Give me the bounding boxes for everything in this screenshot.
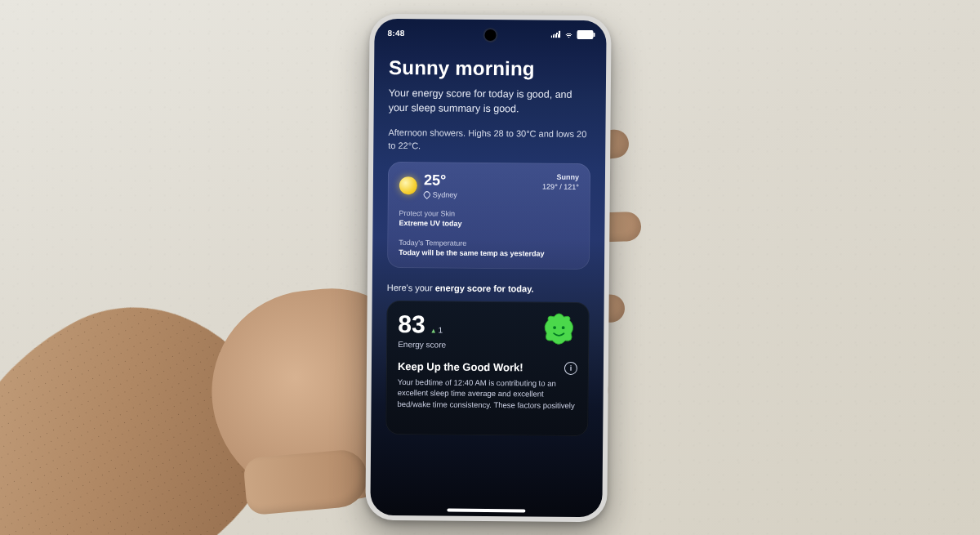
wifi-icon <box>564 30 573 38</box>
phone-frame: 8:48 Sunny morning Your energy score for… <box>365 14 611 523</box>
temp-trend-value: Today will be the same temp as yesterday <box>399 247 578 259</box>
info-icon[interactable]: i <box>564 361 577 374</box>
photo-scene: 8:48 Sunny morning Your energy score for… <box>0 0 980 535</box>
location-name: Sydney <box>433 190 457 198</box>
weather-card[interactable]: 25° Sydney Sunny 129° / 121° <box>387 162 590 270</box>
svg-point-0 <box>553 326 556 329</box>
sun-icon <box>399 176 417 194</box>
uv-value: Extreme UV today <box>399 218 578 230</box>
intro-bold: energy score for today. <box>435 283 534 293</box>
status-bar: 8:48 <box>374 24 606 43</box>
signal-icon <box>550 30 560 38</box>
battery-icon <box>577 29 593 38</box>
energy-mascot-icon <box>540 311 577 347</box>
summary-text: Your energy score for today is good, and… <box>389 86 591 117</box>
svg-point-1 <box>562 326 565 329</box>
weather-hi-lo: 129° / 121° <box>542 182 579 192</box>
intro-prefix: Here's your <box>387 283 435 293</box>
energy-score: 83 <box>398 310 425 338</box>
phone-screen[interactable]: 8:48 Sunny morning Your energy score for… <box>370 19 606 517</box>
energy-headline: Keep Up the Good Work! <box>398 360 523 373</box>
home-indicator[interactable] <box>447 509 525 513</box>
current-temp: 25° <box>424 172 457 189</box>
energy-score-label: Energy score <box>398 340 446 350</box>
location: Sydney <box>424 190 457 198</box>
screen-content[interactable]: Sunny morning Your energy score for toda… <box>370 50 606 517</box>
page-title: Sunny morning <box>389 56 591 81</box>
energy-delta: 1 <box>430 325 443 334</box>
pin-icon <box>422 190 431 199</box>
energy-body: Your bedtime of 12:40 AM is contributing… <box>397 377 577 412</box>
energy-section-intro: Here's your energy score for today. <box>387 283 590 294</box>
energy-card[interactable]: 83 1 Energy score <box>385 301 589 436</box>
weather-condition: Sunny <box>542 173 579 183</box>
status-time: 8:48 <box>387 28 404 37</box>
status-icons <box>550 29 593 38</box>
forecast-text: Afternoon showers. Highs 28 to 30°C and … <box>388 127 590 154</box>
